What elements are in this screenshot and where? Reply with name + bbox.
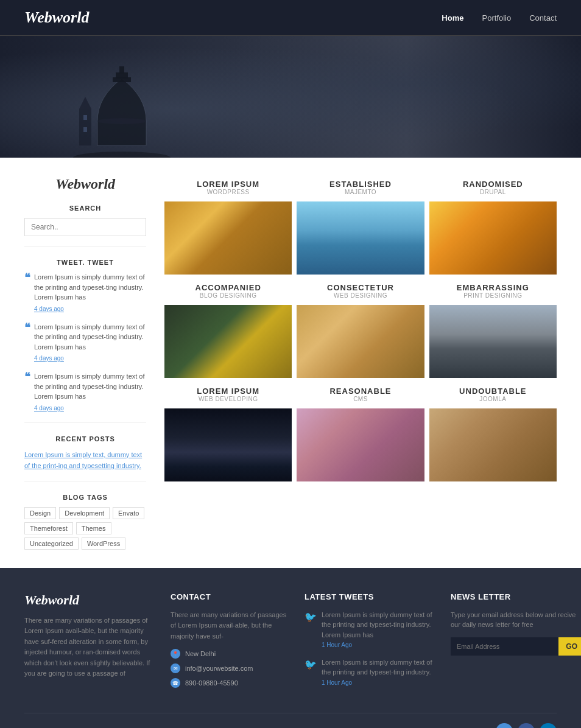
portfolio-image-1[interactable] xyxy=(164,201,292,275)
blog-tags-container: Design Development Envato Themeforest Th… xyxy=(24,507,146,550)
portfolio-image-2[interactable] xyxy=(297,201,424,275)
location-icon: 📍 xyxy=(171,649,180,659)
newsletter-submit-button[interactable]: GO xyxy=(558,637,581,656)
divider-3 xyxy=(24,481,146,481)
portfolio-title-2: ESTABLISHED MAJEMTO xyxy=(297,176,424,199)
tweet-quote-icon-2: ❝ xyxy=(24,322,30,363)
search-label: SEARCH xyxy=(24,205,146,212)
hero-dome-icon xyxy=(61,60,183,158)
social-linkedin-button[interactable]: in xyxy=(540,723,557,728)
tag-development[interactable]: Development xyxy=(59,507,110,519)
nav-contact[interactable]: Contact xyxy=(529,13,557,23)
portfolio-images-row-1 xyxy=(164,201,557,275)
portfolio-image-9[interactable] xyxy=(429,408,557,481)
divider-2 xyxy=(24,422,146,423)
portfolio-main-title-9: UNDOUBTABLE xyxy=(432,387,554,396)
svg-rect-6 xyxy=(83,115,87,120)
tag-wordpress[interactable]: WordPress xyxy=(82,537,125,550)
portfolio-title-1: LOREM IPSUM WORDPRESS xyxy=(164,176,292,199)
portfolio-main-title-5: CONSECTETUR xyxy=(299,283,421,292)
divider-1 xyxy=(24,246,146,247)
portfolio-title-7: LOREM IPSUM WEB DEVELOPING xyxy=(164,383,292,406)
portfolio-header-row-2: ACCOMPANIED BLOG DESIGNING CONSECTETUR W… xyxy=(164,279,557,303)
footer-tweet-text-2: Lorem Ipsum is simply dummy text of the … xyxy=(322,659,432,676)
portfolio-main-title-6: EMBARRASSING xyxy=(432,283,554,292)
contact-email: ✉ info@yourwebsite.com xyxy=(171,663,292,673)
portfolio-sub-title-5: WEB DESIGNING xyxy=(299,292,421,299)
footer-logo: Webworld xyxy=(24,592,158,608)
footer-bottom: www.heritagechristiancollege.com © 2013 … xyxy=(24,713,557,728)
portfolio-sub-title-9: JOOMLA xyxy=(432,396,554,402)
portfolio-title-4: ACCOMPANIED BLOG DESIGNING xyxy=(164,279,292,303)
portfolio-image-5[interactable] xyxy=(297,305,424,378)
portfolio-main-title-8: REASONABLE xyxy=(299,387,421,396)
portfolio-images-row-3 xyxy=(164,408,557,481)
contact-address: 📍 New Delhi xyxy=(171,649,292,659)
hero-banner xyxy=(0,36,581,158)
nav-portfolio[interactable]: Portfolio xyxy=(482,13,511,23)
footer-tweet-1: 🐦 Lorem Ipsum is simply dummy text of th… xyxy=(305,610,438,650)
main-nav: Home Portfolio Contact xyxy=(442,13,557,23)
tweet-time-2[interactable]: 4 days ago xyxy=(34,354,146,363)
portfolio-header-row-1: LOREM IPSUM WORDPRESS ESTABLISHED MAJEMT… xyxy=(164,176,557,199)
portfolio-title-8: REASONABLE CMS xyxy=(297,383,424,406)
portfolio-sub-title-3: DRUPAL xyxy=(432,189,554,195)
tag-themes[interactable]: Themes xyxy=(76,522,111,534)
portfolio-header-row-3: LOREM IPSUM WEB DEVELOPING REASONABLE CM… xyxy=(164,383,557,406)
portfolio-title-9: UNDOUBTABLE JOOMLA xyxy=(429,383,557,406)
tweet-quote-icon: ❝ xyxy=(24,272,30,313)
nav-home[interactable]: Home xyxy=(442,13,463,23)
tweet-time-3[interactable]: 4 days ago xyxy=(34,404,146,413)
portfolio-title-6: EMBARRASSING PRINT DESIGNING xyxy=(429,279,557,303)
twitter-icon-2: 🐦 xyxy=(305,657,317,688)
footer-about: Webworld There are many variations of pa… xyxy=(24,592,158,695)
email-icon: ✉ xyxy=(171,663,180,673)
social-twitter-button[interactable]: t xyxy=(496,723,513,728)
footer-tweet-time-1[interactable]: 1 Hour Ago xyxy=(322,642,352,648)
tag-uncategorized[interactable]: Uncategorized xyxy=(24,537,79,550)
social-icons: t f in xyxy=(496,723,557,728)
tag-themeforest[interactable]: Themeforest xyxy=(24,522,73,534)
tag-envato[interactable]: Envato xyxy=(113,507,144,519)
recent-post-link[interactable]: Lorem Ipsum is simply text, dummy text o… xyxy=(24,451,142,470)
sidebar: Webworld SEARCH TWEET. TWEET ❝ Lorem Ips… xyxy=(24,176,146,550)
tweet-time-1[interactable]: 4 days ago xyxy=(34,304,146,313)
portfolio-images-row-2 xyxy=(164,305,557,378)
footer-tweet-time-2[interactable]: 1 Hour Ago xyxy=(322,679,352,686)
header: Webworld Home Portfolio Contact xyxy=(0,0,581,36)
footer-contact-desc: There are many variations of passages of… xyxy=(171,610,292,642)
newsletter-form: GO xyxy=(451,637,581,656)
social-facebook-button[interactable]: f xyxy=(518,723,535,728)
newsletter-email-input[interactable] xyxy=(451,637,558,656)
tweet-item-3: ❝ Lorem Ipsum is simply dummy text of th… xyxy=(24,371,146,413)
footer-tweet-text-1: Lorem Ipsum is simply dummy text of the … xyxy=(322,611,432,639)
svg-rect-7 xyxy=(83,127,87,132)
portfolio-image-7[interactable] xyxy=(164,408,292,481)
footer-contact: CONTACT There are many variations of pas… xyxy=(171,592,292,695)
svg-rect-4 xyxy=(119,66,124,74)
tag-design[interactable]: Design xyxy=(24,507,56,519)
footer: Webworld There are many variations of pa… xyxy=(0,568,581,729)
footer-tweets: LATEST TWEETS 🐦 Lorem Ipsum is simply du… xyxy=(305,592,438,695)
tweet-text-3: Lorem Ipsum is simply dummy text of the … xyxy=(34,373,145,400)
portfolio-image-8[interactable] xyxy=(297,408,424,481)
portfolio-sub-title-1: WORDPRESS xyxy=(167,189,289,195)
search-input[interactable] xyxy=(24,218,146,236)
portfolio-image-4[interactable] xyxy=(164,305,292,378)
portfolio-image-6[interactable] xyxy=(429,305,557,378)
footer-newsletter-title: NEWS LETTER xyxy=(451,592,581,601)
portfolio-image-3[interactable] xyxy=(429,201,557,275)
tweet-item-2: ❝ Lorem Ipsum is simply dummy text of th… xyxy=(24,322,146,363)
portfolio-title-5: CONSECTETUR WEB DESIGNING xyxy=(297,279,424,303)
recent-posts-label: RECENT POSTS xyxy=(24,435,146,443)
svg-point-0 xyxy=(73,152,171,158)
tweets-label: TWEET. TWEET xyxy=(24,259,146,266)
contact-address-text: New Delhi xyxy=(185,650,216,657)
portfolio-sub-title-4: BLOG DESIGNING xyxy=(167,292,289,299)
portfolio-sub-title-8: CMS xyxy=(299,396,421,402)
portfolio-main-title-2: ESTABLISHED xyxy=(299,180,421,189)
footer-tweets-title: LATEST TWEETS xyxy=(305,592,438,601)
footer-newsletter-desc: Type your email address below and recive… xyxy=(451,610,581,630)
portfolio-main-title-4: ACCOMPANIED xyxy=(167,283,289,292)
contact-email-text: info@yourwebsite.com xyxy=(185,665,253,672)
